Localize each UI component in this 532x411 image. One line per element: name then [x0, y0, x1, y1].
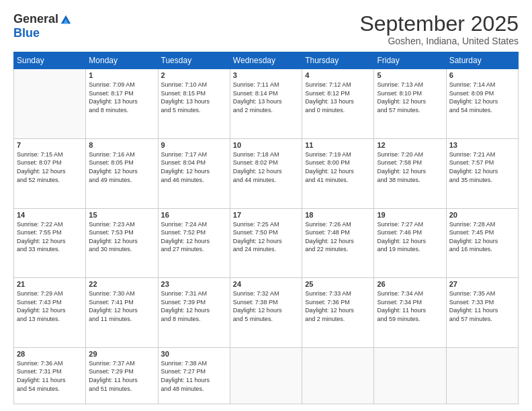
table-row: 8Sunrise: 7:16 AM Sunset: 8:05 PM Daylig…: [86, 138, 158, 208]
table-row: 16Sunrise: 7:24 AM Sunset: 7:52 PM Dayli…: [158, 208, 230, 278]
day-number: 28: [17, 350, 83, 358]
day-number: 22: [89, 280, 154, 288]
day-info: Sunrise: 7:34 AM Sunset: 7:34 PM Dayligh…: [377, 289, 443, 323]
day-info: Sunrise: 7:31 AM Sunset: 7:39 PM Dayligh…: [161, 289, 227, 323]
table-row: 20Sunrise: 7:28 AM Sunset: 7:45 PM Dayli…: [446, 208, 518, 278]
day-info: Sunrise: 7:38 AM Sunset: 7:27 PM Dayligh…: [161, 359, 227, 393]
day-info: Sunrise: 7:18 AM Sunset: 8:02 PM Dayligh…: [233, 150, 299, 184]
day-number: 13: [449, 141, 515, 149]
day-info: Sunrise: 7:29 AM Sunset: 7:43 PM Dayligh…: [17, 289, 83, 323]
day-number: 25: [305, 280, 371, 288]
table-row: 25Sunrise: 7:33 AM Sunset: 7:36 PM Dayli…: [302, 278, 374, 348]
day-number: 7: [17, 141, 83, 149]
day-info: Sunrise: 7:27 AM Sunset: 7:46 PM Dayligh…: [377, 220, 443, 254]
day-info: Sunrise: 7:26 AM Sunset: 7:48 PM Dayligh…: [305, 220, 371, 254]
table-row: 30Sunrise: 7:38 AM Sunset: 7:27 PM Dayli…: [158, 347, 230, 404]
table-row: 7Sunrise: 7:15 AM Sunset: 8:07 PM Daylig…: [14, 138, 86, 208]
table-row: 28Sunrise: 7:36 AM Sunset: 7:31 PM Dayli…: [14, 347, 86, 404]
day-number: 15: [89, 211, 154, 219]
table-row: 15Sunrise: 7:23 AM Sunset: 7:53 PM Dayli…: [86, 208, 158, 278]
day-number: 1: [89, 71, 154, 79]
table-row: 14Sunrise: 7:22 AM Sunset: 7:55 PM Dayli…: [14, 208, 86, 278]
logo-blue-text: Blue: [13, 26, 40, 40]
day-info: Sunrise: 7:10 AM Sunset: 8:15 PM Dayligh…: [161, 81, 227, 114]
logo-icon: [60, 13, 72, 26]
table-row: 29Sunrise: 7:37 AM Sunset: 7:29 PM Dayli…: [86, 347, 158, 404]
day-info: Sunrise: 7:15 AM Sunset: 8:07 PM Dayligh…: [17, 150, 83, 184]
header: General Blue September 2025 Goshen, Indi…: [13, 12, 519, 46]
day-number: 29: [89, 350, 154, 358]
day-number: 5: [377, 71, 443, 79]
day-number: 8: [89, 141, 154, 149]
table-row: 24Sunrise: 7:32 AM Sunset: 7:38 PM Dayli…: [230, 278, 302, 348]
logo-general-text: General: [13, 12, 58, 26]
table-row: 12Sunrise: 7:20 AM Sunset: 7:58 PM Dayli…: [374, 138, 446, 208]
col-sunday: Sunday: [14, 52, 86, 69]
table-row: [374, 347, 446, 404]
col-saturday: Saturday: [446, 52, 518, 69]
day-info: Sunrise: 7:14 AM Sunset: 8:09 PM Dayligh…: [449, 81, 515, 114]
day-info: Sunrise: 7:32 AM Sunset: 7:38 PM Dayligh…: [233, 289, 299, 323]
day-number: 16: [161, 211, 227, 219]
table-row: 13Sunrise: 7:21 AM Sunset: 7:57 PM Dayli…: [446, 138, 518, 208]
day-number: 12: [377, 141, 443, 149]
day-number: 17: [233, 211, 299, 219]
day-info: Sunrise: 7:30 AM Sunset: 7:41 PM Dayligh…: [89, 289, 154, 323]
day-info: Sunrise: 7:19 AM Sunset: 8:00 PM Dayligh…: [305, 150, 371, 184]
day-info: Sunrise: 7:35 AM Sunset: 7:33 PM Dayligh…: [449, 289, 515, 323]
table-row: 23Sunrise: 7:31 AM Sunset: 7:39 PM Dayli…: [158, 278, 230, 348]
day-info: Sunrise: 7:21 AM Sunset: 7:57 PM Dayligh…: [449, 150, 515, 184]
day-info: Sunrise: 7:09 AM Sunset: 8:17 PM Dayligh…: [89, 81, 154, 114]
day-info: Sunrise: 7:17 AM Sunset: 8:04 PM Dayligh…: [161, 150, 227, 184]
day-number: 18: [305, 211, 371, 219]
day-info: Sunrise: 7:23 AM Sunset: 7:53 PM Dayligh…: [89, 220, 154, 254]
day-info: Sunrise: 7:37 AM Sunset: 7:29 PM Dayligh…: [89, 359, 154, 393]
day-number: 6: [449, 71, 515, 79]
day-info: Sunrise: 7:28 AM Sunset: 7:45 PM Dayligh…: [449, 220, 515, 254]
day-info: Sunrise: 7:33 AM Sunset: 7:36 PM Dayligh…: [305, 289, 371, 323]
col-friday: Friday: [374, 52, 446, 69]
table-row: [302, 347, 374, 404]
col-tuesday: Tuesday: [158, 52, 230, 69]
day-number: 26: [377, 280, 443, 288]
table-row: 10Sunrise: 7:18 AM Sunset: 8:02 PM Dayli…: [230, 138, 302, 208]
day-info: Sunrise: 7:12 AM Sunset: 8:12 PM Dayligh…: [305, 81, 371, 114]
col-wednesday: Wednesday: [230, 52, 302, 69]
table-row: [230, 347, 302, 404]
day-info: Sunrise: 7:16 AM Sunset: 8:05 PM Dayligh…: [89, 150, 154, 184]
day-number: 24: [233, 280, 299, 288]
table-row: 2Sunrise: 7:10 AM Sunset: 8:15 PM Daylig…: [158, 69, 230, 139]
day-info: Sunrise: 7:25 AM Sunset: 7:50 PM Dayligh…: [233, 220, 299, 254]
col-thursday: Thursday: [302, 52, 374, 69]
table-row: 19Sunrise: 7:27 AM Sunset: 7:46 PM Dayli…: [374, 208, 446, 278]
day-number: 19: [377, 211, 443, 219]
table-row: 1Sunrise: 7:09 AM Sunset: 8:17 PM Daylig…: [86, 69, 158, 139]
title-block: September 2025 Goshen, Indiana, United S…: [359, 12, 519, 46]
table-row: 11Sunrise: 7:19 AM Sunset: 8:00 PM Dayli…: [302, 138, 374, 208]
page: General Blue September 2025 Goshen, Indi…: [0, 0, 532, 411]
table-row: [14, 69, 86, 139]
table-row: 26Sunrise: 7:34 AM Sunset: 7:34 PM Dayli…: [374, 278, 446, 348]
day-info: Sunrise: 7:20 AM Sunset: 7:58 PM Dayligh…: [377, 150, 443, 184]
table-row: 9Sunrise: 7:17 AM Sunset: 8:04 PM Daylig…: [158, 138, 230, 208]
col-monday: Monday: [86, 52, 158, 69]
day-info: Sunrise: 7:11 AM Sunset: 8:14 PM Dayligh…: [233, 81, 299, 114]
day-number: 10: [233, 141, 299, 149]
table-row: 27Sunrise: 7:35 AM Sunset: 7:33 PM Dayli…: [446, 278, 518, 348]
day-info: Sunrise: 7:24 AM Sunset: 7:52 PM Dayligh…: [161, 220, 227, 254]
day-number: 9: [161, 141, 227, 149]
table-row: 4Sunrise: 7:12 AM Sunset: 8:12 PM Daylig…: [302, 69, 374, 139]
table-row: 21Sunrise: 7:29 AM Sunset: 7:43 PM Dayli…: [14, 278, 86, 348]
day-number: 30: [161, 350, 227, 358]
table-row: 18Sunrise: 7:26 AM Sunset: 7:48 PM Dayli…: [302, 208, 374, 278]
table-row: 6Sunrise: 7:14 AM Sunset: 8:09 PM Daylig…: [446, 69, 518, 139]
day-info: Sunrise: 7:36 AM Sunset: 7:31 PM Dayligh…: [17, 359, 83, 393]
day-info: Sunrise: 7:13 AM Sunset: 8:10 PM Dayligh…: [377, 81, 443, 114]
table-row: 3Sunrise: 7:11 AM Sunset: 8:14 PM Daylig…: [230, 69, 302, 139]
day-info: Sunrise: 7:22 AM Sunset: 7:55 PM Dayligh…: [17, 220, 83, 254]
day-number: 4: [305, 71, 371, 79]
day-number: 14: [17, 211, 83, 219]
logo: General Blue: [13, 12, 72, 40]
table-row: 22Sunrise: 7:30 AM Sunset: 7:41 PM Dayli…: [86, 278, 158, 348]
table-row: 17Sunrise: 7:25 AM Sunset: 7:50 PM Dayli…: [230, 208, 302, 278]
